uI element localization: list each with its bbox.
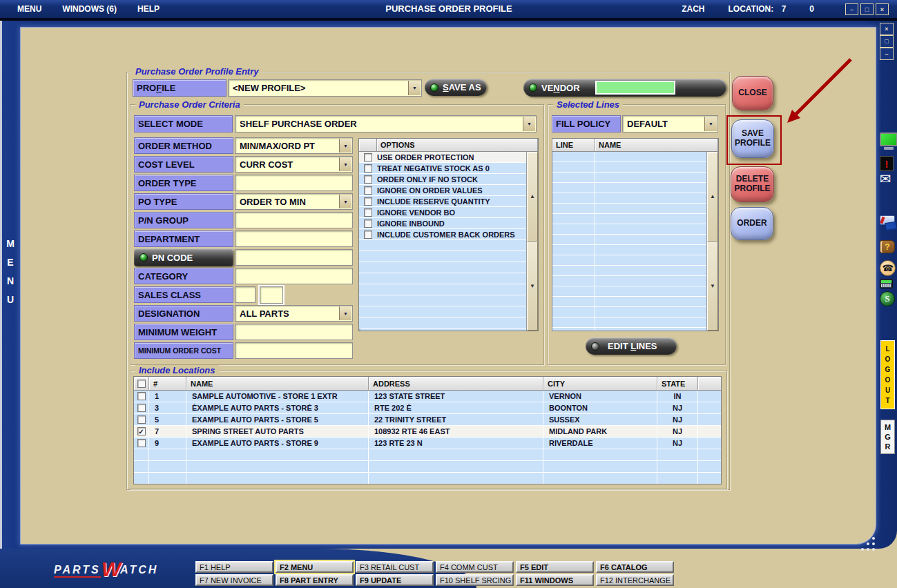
logout-button[interactable]: LOGOUT: [880, 340, 895, 409]
minimize-window-icon[interactable]: –: [880, 48, 894, 60]
selected-line-row[interactable]: [552, 162, 707, 173]
save-as-button[interactable]: SAVE AS: [425, 79, 487, 96]
location-row[interactable]: ✓7SPRING STREET AUTO PARTS108932 RTE 46 …: [134, 426, 721, 438]
fkey-f2-menu[interactable]: F2 MENU: [276, 561, 354, 573]
close-window-icon[interactable]: ×: [880, 23, 894, 35]
pn-code-button[interactable]: PN CODE: [134, 248, 233, 266]
menubar-item-menu[interactable]: MENU: [17, 4, 41, 14]
parts-catalog-icon[interactable]: [880, 215, 896, 230]
money-icon[interactable]: S: [880, 291, 895, 306]
option-row[interactable]: [359, 295, 527, 306]
selected-line-row[interactable]: [552, 266, 707, 276]
fkey-f6-catalog[interactable]: F6 CATALOG: [596, 561, 674, 573]
option-row[interactable]: TREAT NEGATIVE STOCK AS 0: [359, 163, 527, 174]
location-row[interactable]: [134, 473, 721, 484]
phone-icon[interactable]: ☎: [880, 260, 896, 276]
checkbox-icon[interactable]: [364, 186, 372, 195]
chevron-down-icon[interactable]: ▼: [339, 157, 351, 171]
menubar-item-help[interactable]: HELP: [137, 4, 160, 14]
option-row[interactable]: [359, 317, 527, 329]
fkey-f9-update[interactable]: F9 UPDATE: [356, 574, 434, 586]
selected-line-row[interactable]: [552, 276, 707, 286]
field-input-minimum-order-cost[interactable]: [235, 342, 353, 359]
chevron-down-icon[interactable]: ▼: [339, 139, 351, 153]
sales-class-input-1[interactable]: [235, 286, 255, 303]
selected-line-row[interactable]: [552, 297, 707, 307]
field-input-minimum-weight[interactable]: [235, 324, 353, 340]
checkbox-icon[interactable]: [137, 380, 146, 388]
chevron-down-icon[interactable]: ▼: [339, 306, 351, 320]
selected-line-row[interactable]: [552, 183, 707, 193]
minimize-window-icon[interactable]: –: [880, 48, 894, 60]
select-mode-dropdown[interactable]: SHELF PURCHASE ORDER ▼: [235, 115, 537, 133]
scroll-up-icon[interactable]: ▲: [707, 152, 718, 242]
selected-line-row[interactable]: [552, 317, 707, 328]
checkbox-icon[interactable]: [364, 197, 372, 206]
terminal-monitor-icon[interactable]: [880, 133, 897, 150]
manager-button[interactable]: MGR: [880, 420, 895, 454]
fkey-f12-interchange[interactable]: F12 INTERCHANGE: [596, 574, 674, 586]
fkey-f7-new-invoice[interactable]: F7 NEW INVOICE: [195, 574, 273, 586]
location-row[interactable]: [134, 449, 721, 461]
phone-icon[interactable]: ☎: [880, 260, 896, 276]
selected-line-row[interactable]: [552, 152, 707, 162]
location-row[interactable]: [134, 461, 721, 473]
checkbox-icon[interactable]: [137, 392, 146, 400]
selected-line-row[interactable]: [552, 204, 707, 214]
selected-line-row[interactable]: [552, 173, 707, 183]
field-input-po-type[interactable]: ORDER TO MIN▼: [235, 193, 353, 210]
option-row[interactable]: [359, 240, 527, 251]
profile-dropdown[interactable]: <NEW PROFILE> ▼: [228, 79, 422, 97]
option-row[interactable]: IGNORE ON ORDER VALUES: [359, 185, 527, 196]
close-window-icon[interactable]: ×: [876, 3, 889, 15]
field-input-department[interactable]: [235, 231, 353, 247]
alert-icon[interactable]: !: [880, 156, 894, 171]
chevron-down-icon[interactable]: ▼: [339, 195, 351, 208]
option-row[interactable]: [359, 284, 527, 295]
chevron-down-icon[interactable]: ▼: [523, 117, 535, 131]
restore-window-icon[interactable]: □: [880, 35, 894, 48]
field-input-cost-level[interactable]: CURR COST▼: [235, 156, 353, 173]
location-row[interactable]: 1SAMPLE AUTOMOTIVE - STORE 1 EXTR123 STA…: [134, 391, 721, 402]
checkbox-icon[interactable]: [137, 404, 146, 412]
restore-window-icon[interactable]: □: [880, 35, 894, 48]
mail-icon[interactable]: ✉: [880, 173, 891, 185]
fkey-f3-retail-cust[interactable]: F3 RETAIL CUST: [356, 561, 434, 573]
location-row[interactable]: 5EXAMPLE AUTO PARTS - STORE 522 TRINITY …: [134, 414, 721, 426]
checkbox-icon[interactable]: ✓: [137, 427, 146, 435]
help-book-icon[interactable]: ?: [880, 240, 895, 253]
sales-class-input-2[interactable]: [260, 286, 283, 304]
option-row[interactable]: INCLUDE RESERVE QUANTITY: [359, 196, 527, 207]
option-row[interactable]: USE ORDER PROTECTION: [359, 152, 527, 163]
selected-line-row[interactable]: [552, 307, 707, 317]
scroll-up-icon[interactable]: ▲: [527, 152, 538, 242]
selected-line-row[interactable]: [552, 224, 707, 235]
selected-line-row[interactable]: [552, 286, 707, 297]
help-book-icon[interactable]: ?: [880, 240, 895, 253]
option-row[interactable]: IGNORE VENDOR BO: [359, 207, 527, 218]
option-row[interactable]: IGNORE INBOUND: [359, 218, 527, 229]
menubar-item-windows[interactable]: WINDOWS (6): [62, 4, 117, 14]
fkey-f8-part-entry[interactable]: F8 PART ENTRY: [276, 574, 354, 586]
close-button[interactable]: CLOSE: [732, 76, 773, 110]
vendor-button[interactable]: VENDOR: [523, 79, 726, 97]
fill-policy-dropdown[interactable]: DEFAULT ▼: [622, 115, 718, 133]
fkey-f4-comm-cust[interactable]: F4 COMM CUST: [436, 561, 514, 573]
selected-line-row[interactable]: [552, 255, 707, 266]
money-icon[interactable]: S: [880, 291, 895, 306]
vendor-input[interactable]: [595, 81, 675, 95]
close-window-icon[interactable]: ×: [880, 23, 894, 35]
checkbox-icon[interactable]: [364, 175, 372, 184]
option-row[interactable]: ORDER ONLY IF NO STOCK: [359, 174, 527, 185]
calculator-icon[interactable]: [880, 279, 893, 288]
option-row[interactable]: INCLUDE CUSTOMER BACK ORDERS: [359, 229, 527, 240]
option-row[interactable]: [359, 306, 527, 317]
field-input-p-n-group[interactable]: [235, 212, 353, 228]
location-row[interactable]: 3ÈXAMPLE AUTO PARTS - STORÈ 3RTE 202 ÈBO…: [134, 402, 721, 414]
minimize-window-icon[interactable]: –: [845, 3, 858, 15]
checkbox-icon[interactable]: [364, 208, 372, 217]
delete-profile-button[interactable]: DELETE PROFILE: [731, 166, 774, 202]
selected-line-row[interactable]: [552, 193, 707, 204]
restore-window-icon[interactable]: □: [860, 3, 874, 15]
option-row[interactable]: [359, 273, 527, 284]
